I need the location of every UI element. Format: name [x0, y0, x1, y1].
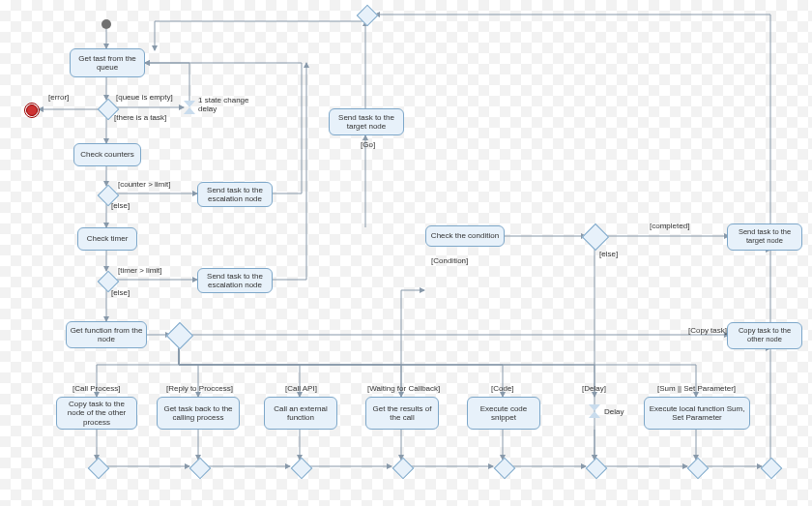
timer-state-change-label: 1 state change delay: [198, 97, 256, 114]
timer-delay-label: Delay: [604, 407, 624, 416]
node-label: Get task back to the calling process: [160, 404, 236, 422]
guard-else1: [else]: [111, 201, 130, 210]
merge-b7[interactable]: [687, 458, 710, 480]
merge-b4[interactable]: [392, 458, 415, 480]
node-label: Execute code snippet: [471, 404, 536, 422]
merge-b2[interactable]: [189, 458, 212, 480]
node-label: Check the condition: [431, 231, 499, 240]
diagram-canvas: { "chart_data": { "type": "activity-diag…: [0, 0, 812, 506]
guard-condition: [Condition]: [431, 256, 468, 265]
merge-b1[interactable]: [88, 458, 110, 480]
decision-function[interactable]: [166, 322, 193, 349]
guard-error: [error]: [48, 93, 69, 102]
action-get-task[interactable]: Get tast from the queue: [70, 48, 145, 77]
guard-delay: [Delay]: [582, 384, 606, 393]
action-check-condition[interactable]: Check the condition: [425, 225, 505, 247]
node-label: Send task to the target node: [731, 228, 798, 245]
node-label: Check counters: [80, 150, 134, 159]
action-get-results[interactable]: Get the results of the call: [365, 397, 439, 430]
action-call-api[interactable]: Call an external function: [264, 397, 337, 430]
merge-b6[interactable]: [586, 458, 608, 480]
merge-b3[interactable]: [291, 458, 313, 480]
node-label: Execute local function Sum, Set Paramete…: [648, 404, 746, 422]
action-send-target-2[interactable]: Send task to the target node: [727, 223, 802, 251]
node-label: Call an external function: [268, 404, 334, 422]
merge-top[interactable]: [357, 5, 379, 27]
final-node-error: [26, 104, 38, 116]
node-label: Send task to the escalation node: [201, 272, 269, 289]
node-label: Copy task to the other node: [731, 327, 798, 343]
guard-code: [Code]: [491, 384, 514, 393]
guard-there-task: [there is a task]: [114, 113, 166, 122]
guard-completed: [completed]: [650, 222, 689, 230]
decision-condition[interactable]: [582, 223, 609, 251]
action-exec-code[interactable]: Execute code snippet: [467, 397, 540, 430]
guard-reply-process: [Reply to Proccess]: [166, 384, 233, 393]
guard-sum-set: [Sum || Set Parameter]: [657, 384, 736, 393]
node-label: Get function from the node: [70, 326, 143, 343]
action-escalation-2[interactable]: Send task to the escalation node: [197, 268, 273, 293]
guard-else3: [else]: [599, 250, 618, 258]
guard-call-api: [Call API]: [285, 384, 317, 393]
guard-copy-task: [Copy task]: [688, 326, 727, 335]
guard-else2: [else]: [111, 288, 130, 297]
action-send-target-1[interactable]: Send task to the target node: [329, 108, 404, 135]
guard-go: [Go]: [361, 140, 375, 149]
action-copy-other[interactable]: Copy task to the other node: [727, 322, 802, 349]
guard-wait-cb: [Waiting for Callback]: [367, 384, 440, 393]
action-get-back[interactable]: Get task back to the calling process: [157, 397, 240, 430]
action-escalation-1[interactable]: Send task to the escalation node: [197, 182, 273, 207]
node-label: Get the results of the call: [369, 404, 435, 422]
timer-delay[interactable]: [589, 404, 600, 418]
guard-call-process: [Call Process]: [72, 384, 120, 393]
node-label: Check timer: [87, 234, 129, 243]
action-copy-task-proc[interactable]: Copy task to the node of the other proce…: [56, 397, 137, 430]
node-label: Get tast from the queue: [73, 54, 141, 72]
action-exec-local[interactable]: Execute local function Sum, Set Paramete…: [644, 397, 750, 430]
initial-node: [102, 19, 111, 29]
guard-queue-empty: [queue is empty]: [116, 93, 173, 102]
action-check-timer[interactable]: Check timer: [77, 227, 137, 251]
guard-counter-limit: [counter > limit]: [118, 180, 170, 189]
action-get-function[interactable]: Get function from the node: [66, 321, 147, 348]
merge-b8[interactable]: [761, 458, 783, 480]
action-check-counters[interactable]: Check counters: [73, 143, 141, 166]
timer-state-change[interactable]: [184, 101, 195, 114]
node-label: Send task to the escalation node: [201, 186, 269, 203]
node-label: Send task to the target node: [333, 113, 400, 131]
node-label: Copy task to the node of the other proce…: [60, 400, 133, 427]
guard-timer-limit: [timer > limit]: [118, 266, 162, 275]
merge-b5[interactable]: [494, 458, 516, 480]
